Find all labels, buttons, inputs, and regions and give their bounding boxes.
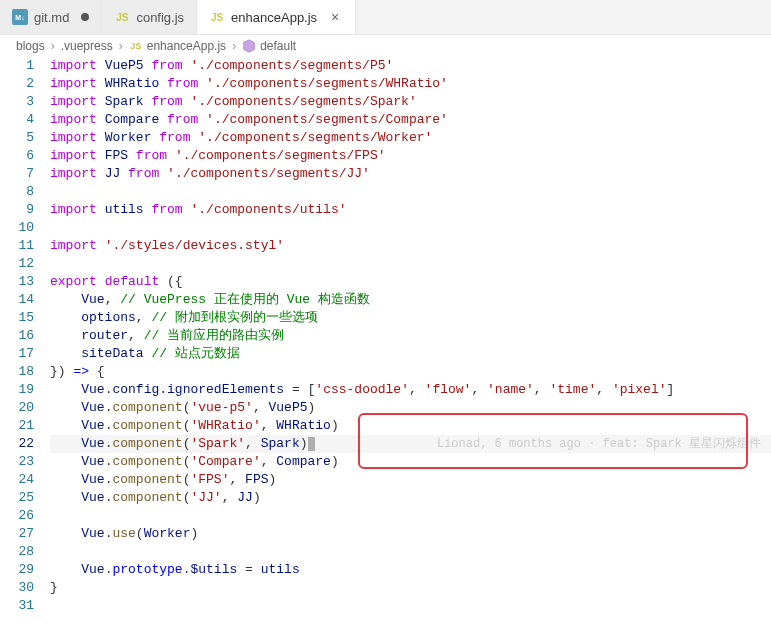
code-line[interactable]: import Worker from './components/segment… xyxy=(50,129,771,147)
code-line[interactable]: Vue.component('Compare', Compare) xyxy=(50,453,771,471)
breadcrumb: blogs › .vuepress › JS enhanceApp.js › d… xyxy=(0,35,771,57)
code-area[interactable]: import VueP5 from './components/segments… xyxy=(50,57,771,615)
js-icon: JS xyxy=(129,39,143,53)
line-number: 6 xyxy=(0,147,34,165)
code-line[interactable]: Vue.component('JJ', JJ) xyxy=(50,489,771,507)
code-line[interactable]: import VueP5 from './components/segments… xyxy=(50,57,771,75)
line-number: 5 xyxy=(0,129,34,147)
js-icon: JS xyxy=(114,9,130,25)
line-number: 7 xyxy=(0,165,34,183)
symbol-function-icon xyxy=(242,39,256,53)
line-number: 2 xyxy=(0,75,34,93)
line-number: 21 xyxy=(0,417,34,435)
code-line[interactable] xyxy=(50,597,771,615)
code-line[interactable]: import JJ from './components/segments/JJ… xyxy=(50,165,771,183)
line-number: 4 xyxy=(0,111,34,129)
tab-bar: M↓ git.md JS config.js JS enhanceApp.js … xyxy=(0,0,771,35)
dirty-indicator xyxy=(81,13,89,21)
code-line[interactable] xyxy=(50,543,771,561)
code-line[interactable]: import Compare from './components/segmen… xyxy=(50,111,771,129)
git-blame-annotation: Lionad, 6 months ago · feat: Spark 星星闪烁组… xyxy=(437,435,761,453)
line-number: 19 xyxy=(0,381,34,399)
tab-label: config.js xyxy=(136,10,184,25)
close-icon[interactable]: × xyxy=(327,9,343,25)
code-line[interactable]: router, // 当前应用的路由实例 xyxy=(50,327,771,345)
chevron-right-icon: › xyxy=(51,39,55,53)
chevron-right-icon: › xyxy=(119,39,123,53)
code-line[interactable]: Vue.component('FPS', FPS) xyxy=(50,471,771,489)
line-number: 30 xyxy=(0,579,34,597)
code-line[interactable] xyxy=(50,219,771,237)
code-line[interactable]: import './styles/devices.styl' xyxy=(50,237,771,255)
code-line[interactable]: import Spark from './components/segments… xyxy=(50,93,771,111)
code-line[interactable]: options, // 附加到根实例的一些选项 xyxy=(50,309,771,327)
line-number: 23 xyxy=(0,453,34,471)
code-line[interactable] xyxy=(50,255,771,273)
line-number: 16 xyxy=(0,327,34,345)
code-line[interactable]: siteData // 站点元数据 xyxy=(50,345,771,363)
code-line[interactable]: Vue.component('Spark', Spark)Lionad, 6 m… xyxy=(50,435,771,453)
line-number: 8 xyxy=(0,183,34,201)
line-number: 3 xyxy=(0,93,34,111)
line-number: 15 xyxy=(0,309,34,327)
markdown-icon: M↓ xyxy=(12,9,28,25)
code-line[interactable]: Vue.use(Worker) xyxy=(50,525,771,543)
breadcrumb-part[interactable]: enhanceApp.js xyxy=(147,39,226,53)
breadcrumb-part[interactable]: blogs xyxy=(16,39,45,53)
line-number: 26 xyxy=(0,507,34,525)
code-line[interactable]: Vue.config.ignoredElements = ['css-doodl… xyxy=(50,381,771,399)
code-line[interactable] xyxy=(50,183,771,201)
chevron-right-icon: › xyxy=(232,39,236,53)
tab-git-md[interactable]: M↓ git.md xyxy=(0,0,102,34)
code-line[interactable]: import utils from './components/utils' xyxy=(50,201,771,219)
code-line[interactable]: export default ({ xyxy=(50,273,771,291)
line-number: 14 xyxy=(0,291,34,309)
line-number: 22 xyxy=(0,435,34,453)
line-number: 9 xyxy=(0,201,34,219)
line-number: 10 xyxy=(0,219,34,237)
line-number: 17 xyxy=(0,345,34,363)
code-line[interactable]: Vue.component('vue-p5', VueP5) xyxy=(50,399,771,417)
code-line[interactable]: } xyxy=(50,579,771,597)
line-gutter: 1234567891011121314151617181920212223242… xyxy=(0,57,50,615)
js-icon: JS xyxy=(209,9,225,25)
code-line[interactable]: Vue, // VuePress 正在使用的 Vue 构造函数 xyxy=(50,291,771,309)
line-number: 1 xyxy=(0,57,34,75)
code-line[interactable]: import FPS from './components/segments/F… xyxy=(50,147,771,165)
code-line[interactable]: }) => { xyxy=(50,363,771,381)
line-number: 20 xyxy=(0,399,34,417)
line-number: 18 xyxy=(0,363,34,381)
code-editor[interactable]: 1234567891011121314151617181920212223242… xyxy=(0,57,771,615)
line-number: 13 xyxy=(0,273,34,291)
line-number: 31 xyxy=(0,597,34,615)
breadcrumb-part[interactable]: default xyxy=(260,39,296,53)
line-number: 24 xyxy=(0,471,34,489)
tab-enhanceapp-js[interactable]: JS enhanceApp.js × xyxy=(197,0,356,34)
tab-config-js[interactable]: JS config.js xyxy=(102,0,197,34)
code-line[interactable]: Vue.prototype.$utils = utils xyxy=(50,561,771,579)
line-number: 29 xyxy=(0,561,34,579)
line-number: 25 xyxy=(0,489,34,507)
code-line[interactable]: Vue.component('WHRatio', WHRatio) xyxy=(50,417,771,435)
line-number: 12 xyxy=(0,255,34,273)
tab-label: git.md xyxy=(34,10,69,25)
breadcrumb-part[interactable]: .vuepress xyxy=(61,39,113,53)
cursor xyxy=(308,437,315,451)
line-number: 11 xyxy=(0,237,34,255)
line-number: 27 xyxy=(0,525,34,543)
code-line[interactable]: import WHRatio from './components/segmen… xyxy=(50,75,771,93)
tab-label: enhanceApp.js xyxy=(231,10,317,25)
code-line[interactable] xyxy=(50,507,771,525)
line-number: 28 xyxy=(0,543,34,561)
